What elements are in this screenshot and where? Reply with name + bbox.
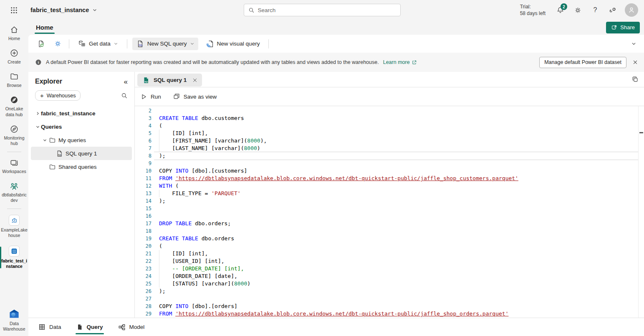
search-input[interactable]: Search bbox=[244, 4, 401, 16]
line-number: 27 bbox=[135, 295, 152, 303]
plus-icon: + bbox=[40, 92, 44, 99]
view-switcher: DataQueryModel bbox=[28, 318, 644, 336]
tree-item-queries[interactable]: Queries bbox=[31, 120, 132, 133]
code-text: [LAST_NAME] [varchar](8000) bbox=[159, 145, 260, 152]
onelake-icon bbox=[10, 95, 19, 104]
settings-button[interactable] bbox=[571, 3, 585, 17]
view-tab-label: Query bbox=[87, 324, 103, 330]
explorer-search-icon[interactable] bbox=[121, 92, 128, 99]
new-sql-query-button[interactable]: SQL New SQL query bbox=[132, 38, 198, 50]
tree-item-shared-queries[interactable]: Shared queries bbox=[31, 160, 132, 173]
share-button[interactable]: Share bbox=[606, 22, 640, 33]
rail-item-monitoring-hub[interactable]: Monitoring hub bbox=[0, 123, 28, 148]
help-button[interactable]: ? bbox=[588, 3, 602, 17]
line-number: 23 bbox=[135, 265, 152, 272]
banner-close-icon[interactable] bbox=[632, 59, 638, 65]
editor-overview-ruler[interactable] bbox=[638, 106, 644, 318]
querydoc-icon bbox=[76, 323, 83, 331]
line-number: 10 bbox=[135, 167, 152, 175]
code-line-7: 7 [LAST_NAME] [varchar](8000) bbox=[135, 145, 644, 152]
chevron-down-icon bbox=[190, 41, 194, 46]
help-icon: ? bbox=[593, 6, 597, 14]
line-number: 24 bbox=[135, 272, 152, 280]
refresh-button[interactable] bbox=[35, 38, 48, 50]
code-line-10: 10COPY INTO [dbo].[customers] bbox=[135, 167, 644, 175]
chevron-down-icon bbox=[631, 41, 636, 46]
tree-item-fabric-test-instance[interactable]: fabric_test_instance bbox=[31, 107, 132, 120]
rail-item-create[interactable]: Create bbox=[0, 47, 28, 66]
warehouse-tile-icon bbox=[9, 246, 20, 257]
ribbon-toolbar: Get data SQL New SQL query New visual qu… bbox=[28, 35, 644, 53]
line-number: 17 bbox=[135, 220, 152, 227]
code-text: -- [ORDER_DATE] [int], bbox=[159, 265, 244, 272]
rail-item-label: Create bbox=[8, 59, 21, 65]
view-tab-data[interactable]: Data bbox=[38, 318, 61, 336]
search-icon bbox=[248, 7, 255, 13]
notifications-button[interactable]: 2 bbox=[553, 3, 567, 17]
view-tab-model[interactable]: Model bbox=[118, 318, 145, 336]
rail-item-data-warehouse[interactable]: Data Warehouse bbox=[0, 307, 28, 333]
code-text: ); bbox=[159, 288, 166, 295]
line-number: 6 bbox=[135, 137, 152, 145]
avatar[interactable] bbox=[625, 3, 638, 17]
manage-dataset-button[interactable]: Manage default Power BI dataset bbox=[539, 57, 626, 68]
rail-item-browse[interactable]: Browse bbox=[0, 70, 28, 90]
database-icon bbox=[78, 40, 86, 48]
chevron-down-icon bbox=[92, 8, 97, 13]
run-button[interactable]: Run bbox=[140, 93, 161, 100]
folder-icon bbox=[48, 137, 56, 144]
people-icon bbox=[9, 181, 19, 191]
rail-item-onelake-data-hub[interactable]: OneLake data hub bbox=[0, 94, 28, 119]
code-line-23: 23 -- [ORDER_DATE] [int], bbox=[135, 265, 644, 272]
rail-item-fabric-test-instance[interactable]: fabric_test_instance bbox=[0, 244, 28, 271]
collapse-panel-icon[interactable]: « bbox=[124, 78, 128, 85]
feedback-button[interactable] bbox=[606, 3, 620, 17]
info-banner: i A default Power BI dataset for faster … bbox=[28, 53, 644, 72]
rail-item-workspaces[interactable]: Workspaces bbox=[0, 156, 28, 176]
rail-item-examplelakehouse[interactable]: ExampleLakehouse bbox=[0, 213, 28, 240]
line-number: 2 bbox=[135, 107, 152, 115]
rail-item-dbtlabsfabricdev[interactable]: dbtlabsfabricdev bbox=[0, 180, 28, 205]
chevron-down-icon bbox=[114, 41, 118, 46]
line-number: 15 bbox=[135, 205, 152, 212]
code-line-22: 22 [USER_ID] [int], bbox=[135, 257, 644, 265]
tab-home[interactable]: Home bbox=[35, 20, 55, 35]
new-warehouse-button[interactable]: + Warehouses bbox=[35, 90, 81, 101]
save-as-view-button[interactable]: Save as view bbox=[173, 93, 217, 100]
workspace-switcher[interactable]: fabric_test_instance bbox=[30, 7, 97, 13]
gear-icon bbox=[574, 6, 582, 14]
learn-more-link[interactable]: Learn more bbox=[383, 59, 417, 65]
line-number: 20 bbox=[135, 242, 152, 250]
code-text: [ID] [int], bbox=[159, 130, 208, 137]
app-launcher-icon[interactable] bbox=[10, 6, 18, 14]
sql-code-editor[interactable]: 23CREATE TABLE dbo.customers4(5 [ID] [in… bbox=[135, 106, 644, 318]
chevron-down-icon[interactable] bbox=[41, 138, 48, 143]
chevron-right-icon[interactable] bbox=[34, 111, 41, 116]
settings-tool-button[interactable] bbox=[51, 38, 64, 50]
model-icon bbox=[118, 323, 126, 331]
copy-icon[interactable] bbox=[631, 76, 639, 83]
code-line-24: 24 [ORDER_DATE] [date], bbox=[135, 272, 644, 280]
rail-item-home[interactable]: Home bbox=[0, 23, 28, 43]
visual-query-icon bbox=[206, 40, 214, 48]
query-tab-sql-query-1[interactable]: SQL SQL query 1 bbox=[137, 74, 202, 87]
toolbar-divider bbox=[268, 39, 269, 48]
new-visual-query-button[interactable]: New visual query bbox=[202, 38, 264, 50]
tree-item-my-queries[interactable]: My queries bbox=[31, 133, 132, 147]
close-tab-icon[interactable] bbox=[192, 77, 198, 83]
chevron-down-icon[interactable] bbox=[34, 125, 41, 129]
feedback-icon bbox=[609, 6, 617, 14]
code-line-13: 13 FILE_TYPE = 'PARQUET' bbox=[135, 190, 644, 197]
get-data-button[interactable]: Get data bbox=[74, 38, 122, 50]
view-tab-query[interactable]: Query bbox=[76, 318, 103, 336]
code-text: [USER_ID] [int], bbox=[159, 257, 225, 265]
ribbon-expand-button[interactable] bbox=[631, 41, 636, 46]
sqlfile-icon: SQL bbox=[55, 150, 63, 157]
code-line-15: 15 bbox=[135, 205, 644, 212]
code-text: ( bbox=[159, 122, 162, 130]
tree-item-sql-query-1[interactable]: SQLSQL query 1 bbox=[31, 147, 132, 160]
trial-status: Trial: 58 days left bbox=[520, 3, 546, 17]
tree-item-label: fabric_test_instance bbox=[41, 110, 96, 117]
info-icon: i bbox=[35, 59, 42, 66]
create-icon bbox=[10, 48, 19, 58]
